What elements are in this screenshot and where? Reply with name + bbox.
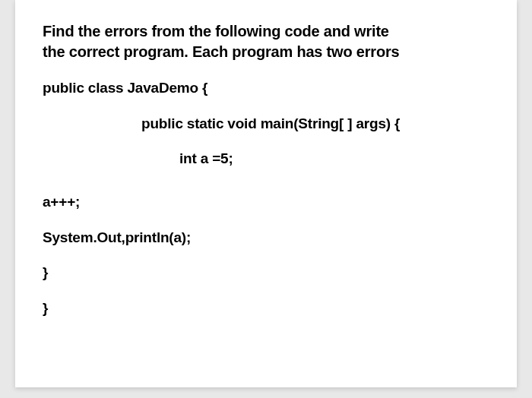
code-line-close-brace-1: }: [43, 264, 489, 283]
code-line-increment: a+++;: [43, 193, 489, 212]
prompt-text-line2: the correct program. Each program has tw…: [43, 42, 489, 62]
document-page: Find the errors from the following code …: [15, 0, 517, 387]
code-block: public class JavaDemo { public static vo…: [43, 79, 489, 318]
question-prompt: Find the errors from the following code …: [43, 21, 489, 62]
code-line-println: System.Out,println(a);: [43, 229, 489, 248]
code-line-main-method: public static void main(String[ ] args) …: [43, 115, 489, 134]
code-line-class-decl: public class JavaDemo {: [43, 79, 489, 98]
code-line-close-brace-2: }: [43, 299, 489, 318]
prompt-text-line1: Find the errors from the following code …: [43, 21, 489, 42]
code-line-var-decl: int a =5;: [43, 150, 489, 169]
